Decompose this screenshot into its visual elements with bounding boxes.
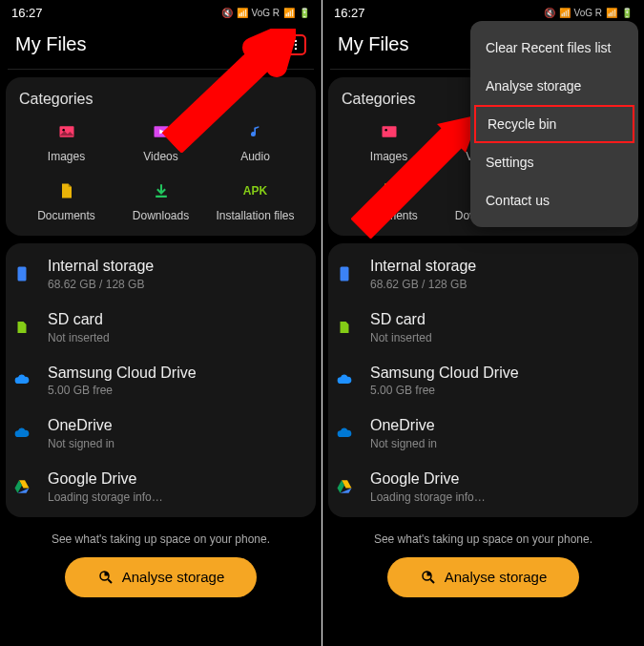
category-downloads[interactable]: Downloads — [114, 180, 208, 222]
storage-sub: Not inserted — [48, 331, 312, 344]
storage-name: Google Drive — [370, 469, 634, 490]
svg-point-2 — [295, 39, 297, 41]
storage-card: Internal storage68.62 GB / 128 GB SD car… — [328, 243, 638, 517]
analyse-storage-button[interactable]: Analyse storage — [65, 557, 258, 597]
storage-name: Google Drive — [48, 469, 312, 490]
category-apk[interactable]: APK Installation files — [208, 180, 302, 222]
gdrive-icon — [10, 474, 34, 499]
audio-icon — [245, 121, 266, 142]
status-indicators: 🔇 📶 VoG R 📶 🔋 — [544, 8, 633, 18]
storage-sub: 5.00 GB free — [370, 384, 634, 397]
category-images[interactable]: Images — [19, 121, 114, 163]
signal-icon: 📶 — [606, 8, 617, 18]
svg-point-0 — [251, 37, 262, 49]
overflow-menu: Clear Recent files list Analyse storage … — [470, 21, 638, 227]
apk-icon: APK — [245, 180, 266, 201]
battery-icon: 🔋 — [299, 8, 310, 18]
storage-internal[interactable]: Internal storage68.62 GB / 128 GB — [6, 247, 316, 301]
gdrive-icon — [332, 474, 357, 499]
battery-icon: 🔋 — [621, 8, 633, 18]
categories-card: Categories Images Videos Audio Documents… — [6, 77, 316, 236]
analyse-label: Analyse storage — [445, 569, 548, 585]
storage-name: Samsung Cloud Drive — [48, 364, 312, 384]
category-label: Downloads — [133, 209, 189, 222]
analyse-label: Analyse storage — [122, 569, 225, 585]
category-label: Images — [48, 150, 85, 163]
mute-icon: 🔇 — [544, 8, 555, 18]
network-label: VoG R — [252, 8, 280, 18]
category-videos[interactable]: Videos — [114, 121, 208, 163]
category-images[interactable]: Images — [342, 121, 436, 163]
svg-point-4 — [295, 47, 297, 49]
storage-google-drive[interactable]: Google DriveLoading storage info… — [328, 460, 638, 513]
image-icon — [379, 121, 400, 142]
status-bar: 16:27 🔇 📶 VoG R 📶 🔋 — [0, 0, 322, 26]
menu-clear-recent[interactable]: Clear Recent files list — [470, 29, 638, 67]
mute-icon: 🔇 — [221, 8, 233, 18]
storage-onedrive[interactable]: OneDriveNot signed in — [6, 406, 316, 460]
phone-icon — [332, 261, 357, 286]
storage-name: OneDrive — [370, 416, 634, 436]
storage-card: Internal storage68.62 GB / 128 GB SD car… — [6, 243, 316, 517]
menu-analyse-storage[interactable]: Analyse storage — [470, 67, 638, 105]
storage-internal[interactable]: Internal storage68.62 GB / 128 GB — [328, 247, 638, 301]
storage-name: OneDrive — [48, 416, 312, 436]
storage-onedrive[interactable]: OneDriveNot signed in — [328, 406, 638, 460]
storage-samsung-cloud[interactable]: Samsung Cloud Drive5.00 GB free — [328, 354, 638, 407]
samsung-cloud-icon — [332, 367, 357, 392]
storage-sub: 68.62 GB / 128 GB — [48, 278, 312, 291]
storage-sub: Not signed in — [370, 437, 634, 450]
menu-contact-us[interactable]: Contact us — [470, 181, 638, 219]
storage-sdcard[interactable]: SD cardNot inserted — [6, 301, 316, 354]
storage-google-drive[interactable]: Google DriveLoading storage info… — [6, 460, 316, 513]
storage-name: Internal storage — [48, 257, 312, 277]
wifi-icon: 📶 — [237, 8, 248, 18]
categories-grid: Images Videos Audio Documents Downloads … — [19, 121, 302, 222]
category-label: Audio — [240, 150, 270, 163]
category-label: Documents — [360, 209, 418, 222]
svg-rect-8 — [18, 266, 27, 281]
search-icon — [248, 35, 267, 54]
storage-sub: 5.00 GB free — [48, 384, 312, 397]
search-button[interactable] — [247, 34, 268, 55]
storage-name: SD card — [48, 310, 312, 330]
storage-sub: Not inserted — [370, 331, 634, 344]
svg-point-3 — [295, 43, 297, 45]
svg-rect-11 — [382, 126, 396, 137]
sd-icon — [332, 315, 357, 340]
category-label: Videos — [143, 150, 177, 163]
svg-point-6 — [62, 129, 65, 132]
footer-hint: See what's taking up space on your phone… — [0, 532, 322, 546]
storage-samsung-cloud[interactable]: Samsung Cloud Drive5.00 GB free — [6, 354, 316, 407]
category-audio[interactable]: Audio — [208, 121, 302, 163]
onedrive-icon — [332, 421, 357, 446]
storage-name: SD card — [370, 310, 634, 330]
storage-sub: Loading storage info… — [48, 490, 312, 504]
storage-sdcard[interactable]: SD cardNot inserted — [328, 301, 638, 354]
document-icon — [379, 180, 400, 201]
categories-title: Categories — [19, 91, 302, 108]
svg-line-10 — [108, 579, 112, 583]
wifi-icon: 📶 — [559, 8, 571, 18]
phone-screen-right: 16:27 🔇 📶 VoG R 📶 🔋 My Files Categories … — [322, 0, 644, 646]
analyse-storage-button[interactable]: Analyse storage — [387, 557, 580, 597]
status-time: 16:27 — [11, 6, 43, 20]
menu-settings[interactable]: Settings — [470, 143, 638, 181]
download-icon — [151, 180, 172, 201]
status-time: 16:27 — [334, 6, 365, 20]
more-options-button[interactable] — [285, 34, 306, 55]
category-documents[interactable]: Documents — [342, 180, 436, 222]
analyse-icon — [420, 569, 437, 586]
onedrive-icon — [10, 421, 34, 446]
category-documents[interactable]: Documents — [19, 180, 114, 222]
menu-recycle-bin[interactable]: Recycle bin — [474, 105, 634, 143]
storage-sub: Loading storage info… — [370, 490, 634, 504]
status-indicators: 🔇 📶 VoG R 📶 🔋 — [221, 8, 310, 18]
document-icon — [56, 180, 77, 201]
phone-screen-left: 16:27 🔇 📶 VoG R 📶 🔋 My Files Categories … — [0, 0, 322, 646]
divider — [8, 69, 314, 70]
category-label: Images — [370, 150, 407, 163]
svg-rect-14 — [341, 266, 349, 281]
storage-name: Internal storage — [370, 257, 634, 277]
svg-line-16 — [430, 579, 434, 583]
